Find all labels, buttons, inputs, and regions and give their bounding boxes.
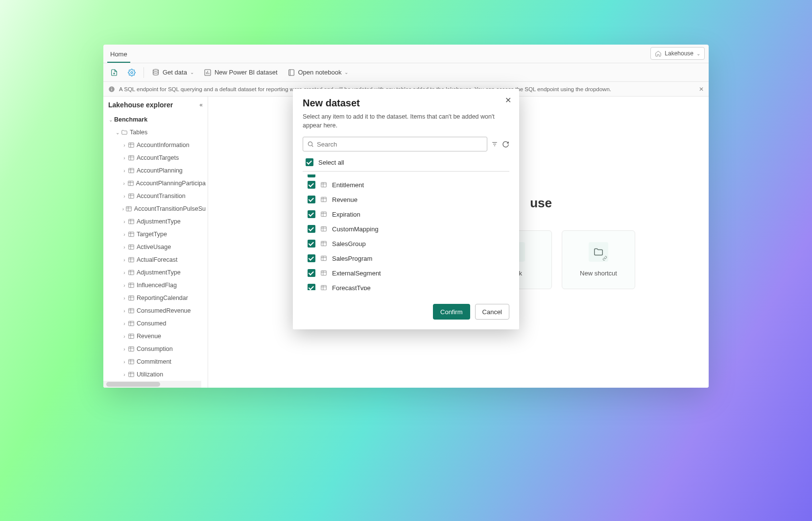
table-icon xyxy=(320,196,327,203)
svg-rect-32 xyxy=(321,226,327,231)
dialog-close-button[interactable]: ✕ xyxy=(505,96,511,105)
item-label: Entitlement xyxy=(332,181,364,189)
select-all-checkbox[interactable] xyxy=(306,158,313,166)
svg-rect-29 xyxy=(321,182,327,187)
table-icon xyxy=(320,255,327,262)
svg-rect-35 xyxy=(321,271,327,275)
svg-rect-34 xyxy=(321,256,327,260)
item-checkbox[interactable] xyxy=(308,269,315,277)
select-all-row[interactable]: Select all xyxy=(303,156,509,172)
cancel-button[interactable]: Cancel xyxy=(475,304,509,320)
dialog-title: New dataset xyxy=(303,98,509,109)
svg-rect-33 xyxy=(321,241,327,246)
dataset-item-row[interactable]: ExternalSegment xyxy=(303,266,509,280)
item-label: CustomMapping xyxy=(332,225,379,233)
svg-rect-31 xyxy=(321,212,327,216)
item-checkbox[interactable] xyxy=(308,210,315,218)
item-label: Expiration xyxy=(332,211,360,218)
dataset-item-row[interactable]: CustomMapping xyxy=(303,222,509,236)
filter-button[interactable] xyxy=(491,141,498,148)
item-checkbox[interactable] xyxy=(308,254,315,262)
search-input[interactable] xyxy=(317,141,483,148)
item-checkbox[interactable] xyxy=(308,284,315,290)
table-icon xyxy=(320,225,327,232)
search-box[interactable] xyxy=(303,137,487,151)
dataset-item-row[interactable]: SalesGroup xyxy=(303,236,509,251)
new-dataset-dialog: New dataset ✕ Select any item to add it … xyxy=(293,89,519,329)
refresh-button[interactable] xyxy=(502,141,509,148)
item-checkbox[interactable] xyxy=(308,240,315,248)
confirm-button[interactable]: Confirm xyxy=(433,304,470,320)
table-icon xyxy=(320,240,327,247)
svg-point-28 xyxy=(308,142,312,146)
dataset-item-row[interactable]: Entitlement xyxy=(303,177,509,192)
item-label: ExternalSegment xyxy=(332,270,381,277)
item-label: SalesGroup xyxy=(332,240,366,248)
item-label: Revenue xyxy=(332,196,358,203)
dataset-item-row[interactable]: Expiration xyxy=(303,207,509,222)
app-window: Home Lakehouse ⌄ Get data ⌄ New Power BI… xyxy=(103,45,709,388)
table-icon xyxy=(320,211,327,218)
dialog-item-list[interactable]: EntitlementRevenueExpirationCustomMappin… xyxy=(303,174,509,290)
item-label: ForecastType xyxy=(332,284,371,291)
svg-rect-36 xyxy=(321,285,327,290)
dataset-item-row[interactable]: ForecastType xyxy=(303,280,509,290)
table-icon xyxy=(320,284,327,290)
item-checkbox[interactable] xyxy=(308,196,315,203)
table-icon xyxy=(320,181,327,188)
item-label: SalesProgram xyxy=(332,255,372,262)
search-icon xyxy=(307,141,314,148)
table-icon xyxy=(320,270,327,276)
item-checkbox[interactable] xyxy=(308,181,315,189)
dataset-item-row[interactable]: Revenue xyxy=(303,192,509,207)
item-checkbox[interactable] xyxy=(308,225,315,233)
select-all-label: Select all xyxy=(318,159,344,166)
svg-rect-30 xyxy=(321,197,327,201)
dialog-description: Select any item to add it to the dataset… xyxy=(303,113,509,130)
dataset-item-row[interactable]: SalesProgram xyxy=(303,251,509,266)
